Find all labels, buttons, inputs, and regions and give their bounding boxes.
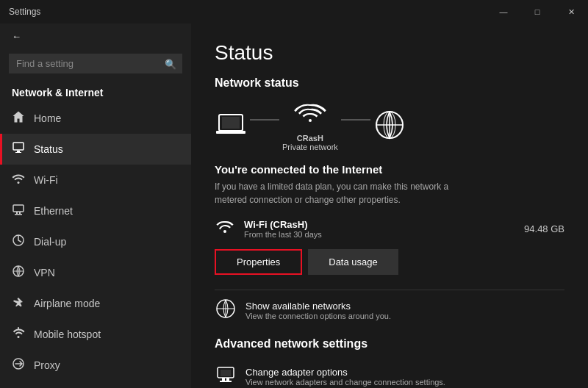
wifi-status-row: Wi-Fi (CRasH) From the last 30 days 94.4…: [215, 218, 564, 239]
change-adapter-title: Change adapter options: [245, 367, 445, 378]
svg-rect-25: [222, 378, 225, 381]
search-icon: 🔍: [165, 58, 176, 69]
svg-rect-4: [16, 212, 18, 214]
advanced-title: Advanced network settings: [215, 337, 564, 351]
airplane-icon: [12, 295, 25, 312]
svg-rect-0: [13, 143, 24, 150]
wifi-status-left: Wi-Fi (CRasH) From the last 30 days: [215, 218, 322, 239]
close-button[interactable]: ✕: [554, 0, 588, 24]
sidebar-item-ethernet[interactable]: Ethernet: [0, 195, 191, 226]
wifi-signal-icon: [215, 218, 235, 239]
sidebar-item-vpn-label: VPN: [34, 267, 55, 279]
hotspot-icon: [12, 326, 25, 342]
minimize-button[interactable]: —: [487, 0, 520, 24]
sidebar-item-proxy[interactable]: Proxy: [0, 350, 191, 381]
page-title: Status: [215, 41, 564, 65]
svg-rect-11: [18, 327, 19, 329]
sidebar-item-ethernet-label: Ethernet: [34, 205, 73, 217]
sidebar-section-title: Network & Internet: [0, 81, 191, 103]
wifi-name: Wi-Fi (CRasH): [244, 219, 322, 230]
sidebar-item-home-label: Home: [34, 112, 61, 124]
connected-sub: If you have a limited data plan, you can…: [215, 180, 564, 206]
show-networks-title: Show available networks: [245, 301, 391, 312]
svg-rect-27: [220, 381, 232, 382]
sidebar-item-wifi-label: Wi-Fi: [34, 174, 58, 186]
maximize-button[interactable]: □: [520, 0, 554, 24]
main-container: ← 🔍 Network & Internet Home: [0, 24, 588, 388]
router-icon: CRasH Private network: [282, 101, 338, 151]
proxy-icon: [12, 357, 25, 373]
show-networks[interactable]: Show available networks View the connect…: [215, 290, 564, 330]
svg-rect-1: [17, 151, 20, 152]
back-icon: ←: [12, 31, 21, 42]
sidebar-item-status-label: Status: [34, 143, 63, 155]
svg-rect-6: [15, 214, 22, 215]
sidebar-item-hotspot-label: Mobile hotspot: [34, 328, 101, 340]
content-area: Status Network status: [191, 24, 588, 388]
change-adapter-text: Change adapter options View network adap…: [245, 367, 445, 387]
svg-rect-5: [19, 212, 21, 214]
line-2: [341, 119, 370, 121]
svg-rect-24: [220, 370, 231, 376]
ethernet-icon: [12, 203, 25, 219]
wifi-usage: 94.48 GB: [524, 223, 564, 234]
svg-rect-2: [15, 152, 21, 153]
laptop-icon: [215, 112, 247, 141]
search-input[interactable]: [9, 54, 182, 73]
adapter-icon: [215, 364, 237, 388]
connected-title: You're connected to the Internet: [215, 163, 564, 176]
change-adapter[interactable]: Change adapter options View network adap…: [215, 359, 564, 388]
properties-button[interactable]: Properties: [215, 249, 302, 275]
titlebar: Settings — □ ✕: [0, 0, 588, 24]
titlebar-controls: — □ ✕: [487, 0, 588, 24]
svg-rect-3: [13, 205, 24, 212]
line-1: [250, 119, 279, 121]
change-adapter-sub: View network adapters and change connect…: [245, 378, 445, 387]
globe-icon: [373, 109, 406, 144]
sidebar-item-vpn[interactable]: VPN: [0, 257, 191, 288]
sidebar-item-hotspot[interactable]: Mobile hotspot: [0, 319, 191, 350]
svg-rect-26: [226, 378, 229, 381]
dialup-icon: [12, 234, 25, 250]
network-type: Private network: [282, 143, 338, 151]
show-networks-sub: View the connection options around you.: [245, 312, 391, 320]
sidebar-item-status[interactable]: Status: [0, 134, 191, 165]
network-name: CRasH: [297, 134, 323, 143]
sidebar-item-airplane-label: Airplane mode: [34, 298, 100, 309]
network-diagram: CRasH Private network: [215, 101, 564, 151]
data-usage-button[interactable]: Data usage: [308, 249, 398, 275]
network-status-title: Network status: [215, 76, 564, 90]
status-icon: [12, 141, 25, 157]
sidebar-item-home[interactable]: Home: [0, 103, 191, 134]
wifi-info: Wi-Fi (CRasH) From the last 30 days: [244, 219, 322, 239]
back-button[interactable]: ←: [0, 24, 191, 49]
sidebar-item-wifi[interactable]: Wi-Fi: [0, 165, 191, 195]
sidebar-item-dialup[interactable]: Dial-up: [0, 226, 191, 257]
titlebar-title: Settings: [9, 7, 40, 17]
show-networks-text: Show available networks View the connect…: [245, 301, 391, 320]
wifi-icon: [12, 172, 25, 188]
vpn-icon: [12, 265, 25, 281]
sidebar: ← 🔍 Network & Internet Home: [0, 24, 191, 388]
svg-rect-15: [216, 131, 245, 134]
sidebar-item-proxy-label: Proxy: [34, 359, 60, 371]
wifi-period: From the last 30 days: [244, 230, 322, 239]
sidebar-item-dialup-label: Dial-up: [34, 236, 66, 248]
home-icon: [12, 110, 25, 126]
svg-rect-14: [222, 117, 240, 129]
sidebar-item-airplane[interactable]: Airplane mode: [0, 288, 191, 319]
action-buttons: Properties Data usage: [215, 249, 564, 275]
globe-small-icon: [215, 298, 237, 323]
search-container: 🔍: [9, 54, 182, 73]
